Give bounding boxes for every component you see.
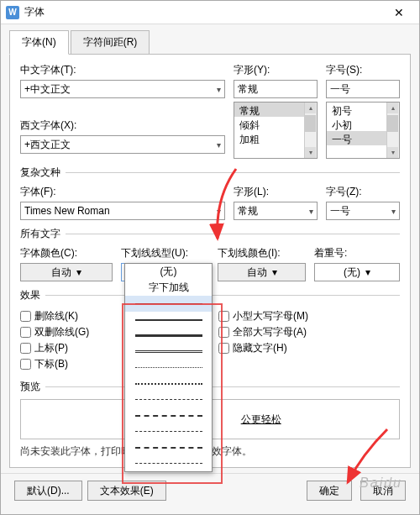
emphasis-combo[interactable]: (无)▾ bbox=[314, 263, 400, 281]
watermark: Baidu bbox=[360, 476, 402, 491]
underline-option-words[interactable]: 字下加线 bbox=[125, 280, 212, 296]
allcaps-checkbox[interactable]: 全部大写字母(A) bbox=[218, 325, 400, 339]
complex-style-label: 字形(L): bbox=[234, 185, 318, 199]
chevron-down-icon: ▾ bbox=[217, 140, 221, 150]
underline-color-button[interactable]: 自动▾ bbox=[218, 263, 306, 281]
all-title: 所有文字 bbox=[20, 227, 60, 241]
chevron-down-icon: ▾ bbox=[217, 85, 221, 94]
complex-size-label: 字号(Z): bbox=[326, 185, 400, 199]
underline-style-label: 下划线线型(U): bbox=[121, 246, 209, 260]
underline-option[interactable] bbox=[125, 344, 212, 360]
effects-title: 效果 bbox=[20, 288, 40, 302]
latin-font-label: 西文字体(X): bbox=[20, 118, 225, 133]
size-input[interactable] bbox=[326, 80, 400, 98]
close-icon[interactable]: ✕ bbox=[382, 1, 416, 24]
chevron-down-icon: ▾ bbox=[365, 266, 370, 278]
ok-button[interactable]: 确定 bbox=[307, 481, 352, 501]
latin-font-combo[interactable]: +西文正文▾ bbox=[20, 135, 225, 154]
complex-font-combo[interactable]: Times New Roman▾ bbox=[20, 202, 225, 220]
underline-color-label: 下划线颜色(I): bbox=[218, 246, 306, 260]
style-input[interactable] bbox=[234, 80, 318, 98]
underline-option[interactable] bbox=[125, 392, 212, 407]
underline-option[interactable] bbox=[125, 328, 212, 344]
cjk-font-combo[interactable]: +中文正文▾ bbox=[20, 80, 225, 98]
smallcaps-checkbox[interactable]: 小型大写字母(M) bbox=[218, 309, 400, 323]
cjk-font-label: 中文字体(T): bbox=[20, 63, 225, 77]
scroll-up-icon[interactable]: ▴ bbox=[305, 102, 316, 113]
underline-option[interactable] bbox=[125, 376, 212, 392]
tab-font[interactable]: 字体(N) bbox=[9, 30, 69, 55]
dialog-title: 字体 bbox=[24, 5, 382, 19]
scroll-up-icon[interactable]: ▴ bbox=[387, 102, 398, 113]
underline-option[interactable] bbox=[125, 423, 212, 439]
app-icon: W bbox=[6, 6, 19, 19]
chevron-down-icon: ▾ bbox=[391, 207, 396, 216]
font-color-button[interactable]: 自动▾ bbox=[20, 263, 113, 281]
underline-option-none[interactable]: (无) bbox=[125, 264, 212, 280]
complex-size-combo[interactable]: 一号▾ bbox=[326, 202, 400, 220]
hidden-checkbox[interactable]: 隐藏文字(H) bbox=[218, 341, 400, 355]
complex-style-combo[interactable]: 常规▾ bbox=[234, 202, 318, 220]
size-listbox[interactable]: 初号 小初 一号 ▴ ▾ bbox=[326, 102, 400, 159]
chevron-down-icon: ▾ bbox=[272, 266, 277, 278]
scroll-down-icon[interactable]: ▾ bbox=[387, 147, 398, 158]
size-label: 字号(S): bbox=[326, 63, 400, 77]
complex-title: 复杂文种 bbox=[20, 166, 60, 180]
underline-option[interactable] bbox=[125, 296, 212, 312]
style-label: 字形(Y): bbox=[234, 63, 318, 77]
tab-spacing[interactable]: 字符间距(R) bbox=[71, 30, 150, 55]
underline-option[interactable] bbox=[125, 455, 212, 471]
underline-style-popup: (无) 字下加线 bbox=[124, 263, 213, 472]
scroll-thumb[interactable] bbox=[305, 115, 316, 132]
underline-option[interactable] bbox=[125, 312, 212, 328]
default-button[interactable]: 默认(D)... bbox=[14, 481, 82, 501]
scroll-thumb[interactable] bbox=[387, 115, 398, 132]
style-listbox[interactable]: 常规 倾斜 加粗 ▴ ▾ bbox=[234, 102, 318, 159]
underline-option[interactable] bbox=[125, 407, 212, 423]
preview-title: 预览 bbox=[20, 380, 40, 394]
underline-option[interactable] bbox=[125, 360, 212, 376]
underline-option[interactable] bbox=[125, 439, 212, 455]
chevron-down-icon: ▾ bbox=[217, 207, 221, 216]
complex-font-label: 字体(F): bbox=[20, 185, 225, 199]
font-color-label: 字体颜色(C): bbox=[20, 246, 113, 260]
textfx-button[interactable]: 文本效果(E) bbox=[87, 481, 166, 501]
scroll-down-icon[interactable]: ▾ bbox=[305, 147, 316, 158]
chevron-down-icon: ▾ bbox=[309, 207, 313, 216]
chevron-down-icon: ▾ bbox=[76, 266, 81, 278]
emphasis-label: 着重号: bbox=[314, 246, 400, 260]
